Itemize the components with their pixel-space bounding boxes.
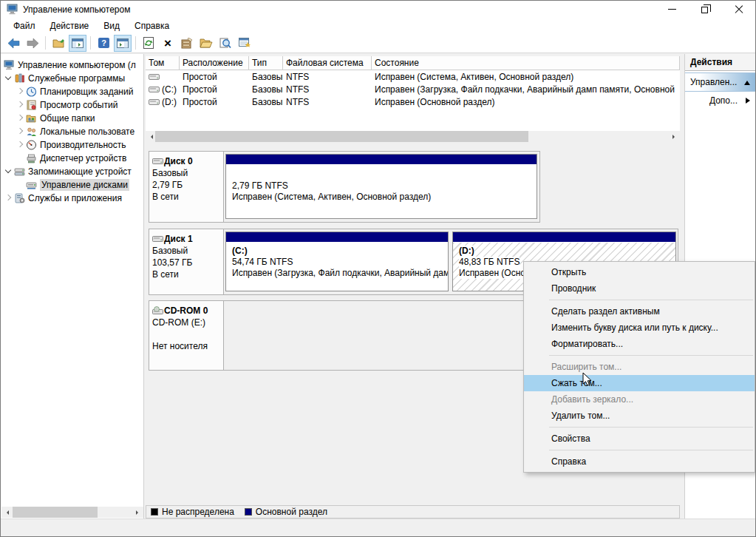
disk-name: CD-ROM 0 [164, 305, 208, 317]
forward-button[interactable] [24, 35, 41, 52]
menu-item-open[interactable]: Открыть [524, 264, 755, 280]
volume-location: Простой [180, 97, 249, 107]
actions-section-disk-management[interactable]: Управлен... [685, 72, 756, 92]
menu-item-shrink-volume[interactable]: Сжать том... [524, 375, 755, 391]
partition-letter: (C:) [232, 246, 248, 257]
storage-devices-icon [14, 166, 25, 177]
tree-item-label: Служебные программы [28, 73, 125, 84]
volume-icon [149, 98, 160, 106]
chevron-right-icon[interactable] [16, 127, 24, 136]
tree-item-system-tools[interactable]: Служебные программы [1, 72, 143, 85]
menu-item-explorer[interactable]: Проводник [524, 280, 755, 297]
restore-icon [701, 7, 708, 13]
disk-icon [152, 158, 163, 165]
export-list-button[interactable] [236, 35, 253, 52]
volume-type: Базовый [249, 97, 283, 107]
chevron-right-icon[interactable] [16, 101, 24, 109]
volume-status: Исправен (Система, Активен, Основной раз… [372, 72, 680, 82]
menu-item-help[interactable]: Справка [524, 453, 755, 470]
column-header-location[interactable]: Расположение [180, 56, 249, 70]
open-folder-button[interactable] [197, 35, 215, 52]
column-header-filesystem[interactable]: Файловая система [283, 56, 372, 70]
volume-list-horizontal-scrollbar[interactable] [146, 131, 680, 142]
menu-help[interactable]: Справка [128, 19, 176, 33]
menu-item-extend-volume: Расширить том... [524, 359, 755, 375]
cdrom-label[interactable]: CD-ROM 0 CD-ROM (E:) Нет носителя [149, 301, 224, 370]
volume-row-c[interactable]: (C:) Простой Базовый NTFS Исправен (Загр… [146, 83, 680, 95]
disk-size: 103,57 ГБ [152, 257, 222, 268]
up-level-button[interactable] [50, 35, 67, 52]
tree-item-services-applications[interactable]: Службы и приложения [1, 192, 143, 205]
help-button[interactable]: ? [95, 35, 112, 52]
scrollbar-thumb[interactable] [13, 507, 98, 518]
menu-item-change-drive-letter[interactable]: Изменить букву диска или путь к диску... [524, 320, 755, 336]
volume-row-d[interactable]: (D:) Простой Базовый NTFS Исправен (Осно… [146, 95, 680, 108]
properties-button[interactable] [178, 35, 196, 52]
tree-item-event-viewer[interactable]: Просмотр событий [1, 98, 143, 112]
menu-item-format[interactable]: Форматировать... [524, 336, 755, 352]
action-pane-toggle-button[interactable] [114, 35, 132, 52]
refresh-button[interactable] [140, 35, 157, 52]
collapse-icon[interactable] [744, 81, 750, 85]
column-header-type[interactable]: Тип [249, 56, 283, 70]
delete-button[interactable]: × [159, 35, 177, 52]
open-folder-icon [200, 38, 213, 48]
menu-separator [549, 427, 753, 428]
tree-item-local-users-groups[interactable]: Локальные пользовате [1, 125, 143, 138]
volume-icon [149, 73, 160, 81]
column-header-volume[interactable]: Том [146, 56, 180, 70]
tree-item-storage[interactable]: Запоминающие устройст [1, 165, 143, 178]
tree-item-label: Запоминающие устройст [28, 166, 132, 177]
partition-size-fs: 2,79 ГБ NTFS [232, 180, 288, 192]
actions-pane-header: Действия [685, 54, 756, 71]
tree-item-label: Службы и приложения [28, 193, 122, 203]
disk1-label[interactable]: Диск 1 Базовый 103,57 ГБ В сети [149, 229, 224, 294]
disk0-partition-system[interactable]: 2,79 ГБ NTFS Исправен (Система, Активен,… [225, 154, 537, 219]
tree-item-computer-management[interactable]: Управление компьютером (л [1, 58, 143, 72]
tree-item-label: Локальные пользовате [40, 126, 134, 137]
tree-item-performance[interactable]: Производительность [1, 138, 143, 152]
close-button[interactable] [722, 1, 755, 18]
restore-button[interactable] [689, 1, 722, 18]
minimize-button[interactable] [655, 1, 689, 18]
chevron-right-icon[interactable] [16, 114, 24, 123]
primary-partition-swatch [245, 508, 252, 516]
menu-item-mark-partition-active[interactable]: Сделать раздел активным [524, 303, 755, 320]
scroll-right-icon[interactable] [669, 131, 680, 142]
menu-item-properties[interactable]: Свойства [524, 430, 755, 447]
menu-action[interactable]: Действие [44, 19, 96, 33]
chevron-right-icon[interactable] [16, 141, 24, 149]
tree-item-device-manager[interactable]: Диспетчер устройств [1, 152, 143, 165]
unallocated-swatch [151, 508, 158, 516]
tree-item-task-scheduler[interactable]: Планировщик заданий [1, 85, 143, 98]
scroll-right-icon[interactable] [132, 507, 143, 518]
chevron-right-icon[interactable] [4, 194, 13, 203]
chevron-right-icon[interactable] [16, 87, 24, 96]
scrollbar-thumb[interactable] [155, 131, 528, 142]
back-button[interactable] [4, 35, 22, 52]
actions-more-item[interactable]: Допо... [685, 92, 756, 109]
disk-type: Базовый [152, 167, 222, 179]
column-header-status[interactable]: Состояние [372, 56, 680, 70]
tree-horizontal-scrollbar[interactable] [1, 507, 143, 518]
menu-view[interactable]: Вид [97, 19, 126, 33]
disk0-label[interactable]: Диск 0 Базовый 2,79 ГБ В сети [149, 152, 224, 222]
find-icon [219, 38, 231, 49]
scroll-left-icon[interactable] [1, 507, 13, 518]
tree-item-disk-management[interactable]: Управление дисками [1, 178, 143, 192]
menu-file[interactable]: Файл [7, 19, 42, 33]
chevron-down-icon[interactable] [4, 167, 13, 176]
find-button[interactable] [217, 35, 234, 52]
tree-item-label: Управление компьютером (л [18, 60, 136, 70]
menu-item-delete-volume[interactable]: Удалить том... [524, 408, 755, 424]
volume-row-system[interactable]: Простой Базовый NTFS Исправен (Система, … [146, 70, 680, 83]
tree-item-shared-folders[interactable]: Общие папки [1, 112, 143, 125]
partition-status: Исправен (Загрузка, Файл подкачки, Авари… [232, 268, 448, 279]
tree-item-label: Общие папки [40, 113, 95, 124]
performance-icon [26, 140, 37, 150]
actions-section-label: Управлен... [690, 77, 737, 87]
volume-icon [149, 86, 160, 93]
chevron-down-icon[interactable] [4, 74, 13, 83]
console-tree-toggle-button[interactable] [69, 35, 86, 52]
disk1-partition-c[interactable]: (C:) 54,74 ГБ NTFS Исправен (Загрузка, Ф… [225, 232, 449, 291]
